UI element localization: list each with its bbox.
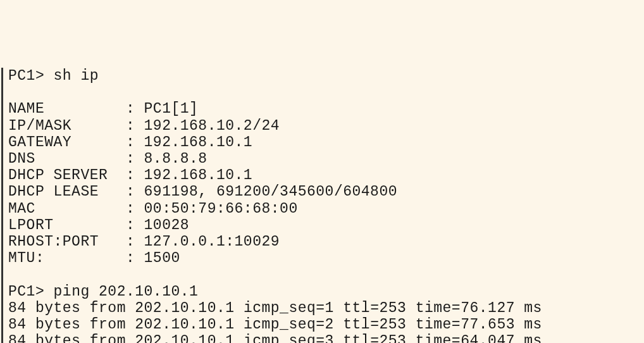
cfg-mac-label: MAC [8, 201, 108, 217]
cfg-lport-value: 10028 [144, 217, 190, 234]
ping-from: 202.10.10.1 [135, 300, 234, 316]
prompt: PC1> [8, 284, 44, 300]
prompt: PC1> [8, 68, 44, 84]
cfg-dhcpserver-value: 192.168.10.1 [144, 167, 253, 184]
cfg-dns-label: DNS [8, 151, 108, 167]
command-sh-ip: sh ip [54, 68, 99, 84]
cfg-mtu-value: 1500 [144, 250, 180, 266]
ping-bytes: 84 [8, 300, 27, 316]
ping-seq-2: 2 [325, 316, 334, 333]
ping-time-2: 77.653 [461, 316, 515, 333]
ping-from: 202.10.10.1 [135, 316, 234, 333]
ping-seq-3: 3 [325, 333, 334, 343]
cfg-name-label: NAME [8, 101, 108, 117]
cfg-dhcpserver-label: DHCP SERVER [8, 167, 108, 184]
ping-ttl: 253 [379, 333, 406, 343]
cfg-gateway-label: GATEWAY [8, 134, 108, 151]
cfg-lport-label: LPORT [8, 217, 108, 234]
ping-time-1: 76.127 [461, 300, 515, 316]
cfg-gateway-value: 192.168.10.1 [144, 134, 253, 151]
ping-seq-1: 1 [325, 300, 334, 316]
cfg-dhcplease-value: 691198, 691200/345600/604800 [144, 184, 397, 200]
ping-ttl: 253 [379, 300, 406, 316]
ping-time-3: 64.047 [461, 333, 515, 343]
cfg-dns-value: 8.8.8.8 [144, 151, 207, 167]
cfg-name-value: PC1[1] [144, 101, 199, 117]
ping-from: 202.10.10.1 [135, 333, 234, 343]
cfg-ipmask-value: 192.168.10.2/24 [144, 118, 280, 134]
terminal-output: PC1> sh ip NAME : PC1[1] IP/MASK : 192.1… [1, 68, 644, 343]
cfg-ipmask-label: IP/MASK [8, 118, 108, 134]
ping-ttl: 253 [379, 316, 406, 333]
cfg-rhostport-label: RHOST:PORT [8, 234, 108, 250]
ping-bytes: 84 [8, 316, 27, 333]
cfg-dhcplease-label: DHCP LEASE [8, 184, 108, 200]
ping-bytes: 84 [8, 333, 27, 343]
cfg-mtu-label: MTU: [8, 250, 108, 266]
cfg-mac-value: 00:50:79:66:68:00 [144, 201, 298, 217]
command-ping: ping 202.10.10.1 [54, 284, 199, 300]
cfg-rhostport-value: 127.0.0.1:10029 [144, 234, 280, 250]
